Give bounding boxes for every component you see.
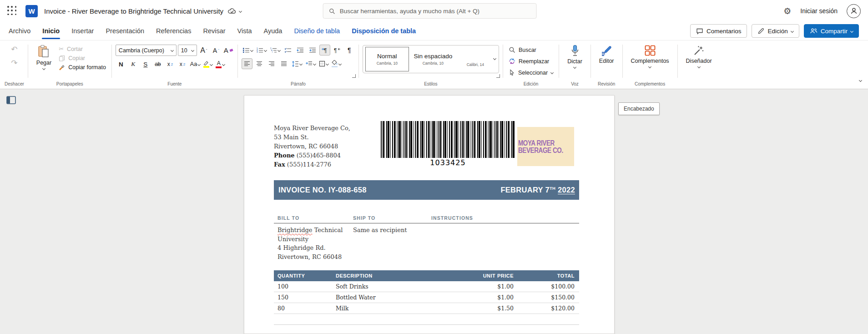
search-bar[interactable] — [323, 3, 537, 19]
divider — [503, 45, 503, 78]
shading-button[interactable] — [331, 58, 342, 69]
borders-button[interactable] — [318, 58, 329, 69]
highlight-color-button[interactable] — [202, 59, 213, 70]
cut-button[interactable]: ✂Cortar — [57, 45, 108, 53]
document-page[interactable]: Moya River Beverage Co, 53 Main St. Rive… — [244, 95, 615, 334]
show-paragraph-marks-button[interactable]: ¶ — [344, 45, 355, 56]
paragraph-indent-button[interactable] — [304, 58, 317, 69]
line-spacing-chevron-icon — [299, 62, 303, 65]
change-case-button[interactable]: Aa — [189, 59, 201, 70]
align-right-button[interactable] — [266, 58, 277, 69]
comments-button[interactable]: Comentarios — [690, 24, 747, 38]
paragraph-group: 123 1ai ¶ ¶ ¶ Párrafo — [240, 43, 357, 89]
select-button[interactable]: Seleccionar — [507, 68, 555, 77]
search-input[interactable] — [340, 8, 531, 15]
underline-button[interactable]: S — [140, 59, 151, 70]
bold-button[interactable]: N — [116, 59, 126, 70]
font-name-select[interactable]: Cambria (Cuerpo) — [116, 45, 177, 56]
numbered-list-button[interactable]: 123 — [255, 45, 267, 56]
bill-to-header: BILL TO — [278, 215, 299, 221]
tab-vista[interactable]: Vista — [232, 23, 258, 39]
format-painter-icon — [59, 64, 65, 71]
rtl-paragraph-icon: ¶ — [333, 47, 341, 53]
copy-icon — [59, 55, 65, 61]
svg-text:b: b — [514, 59, 515, 62]
invoice-table[interactable]: QUANTITY DESCRIPTION UNIT PRICE TOTAL 10… — [274, 270, 579, 325]
redo-button[interactable]: ↷ — [7, 56, 21, 69]
person-icon — [850, 7, 858, 15]
superscript-button[interactable]: x2 — [177, 59, 188, 70]
tab-presentacion[interactable]: Presentación — [100, 23, 150, 39]
strikethrough-button[interactable]: ab — [152, 59, 163, 70]
tab-disposicion-de-tabla[interactable]: Disposición de tabla — [346, 23, 422, 39]
barcode-number: 1033425 — [381, 158, 515, 167]
numbered-list-icon: 123 — [256, 47, 263, 53]
format-painter-button[interactable]: Copiar formato — [57, 63, 108, 71]
multilevel-list-button[interactable]: 1ai — [269, 45, 281, 56]
tab-referencias[interactable]: Referencias — [150, 23, 197, 39]
decrease-indent-button[interactable] — [295, 45, 306, 56]
justify-button[interactable] — [278, 58, 289, 69]
undo-button[interactable]: ↶ — [7, 43, 21, 56]
navigation-pane-toggle[interactable] — [5, 95, 17, 106]
editor-pen-icon — [601, 45, 612, 56]
increase-indent-button[interactable] — [307, 45, 318, 56]
tab-insertar[interactable]: Insertar — [66, 23, 100, 39]
grow-font-button[interactable]: Aˆ — [198, 45, 209, 56]
styles-dialog-launcher[interactable] — [496, 74, 500, 78]
document-title[interactable]: Invoice - River Beverage to Brightridge … — [44, 7, 223, 15]
subscript-button[interactable]: x2 — [165, 59, 176, 70]
word-logo-icon[interactable]: W — [25, 5, 38, 17]
italic-button[interactable]: K — [128, 59, 139, 70]
save-status[interactable] — [227, 7, 242, 15]
style-normal[interactable]: Normal Cambria, 10 — [365, 47, 409, 71]
style-partial[interactable]: Calibri, 14 — [457, 47, 494, 71]
editing-mode-button[interactable]: Edición — [752, 24, 799, 38]
copy-button[interactable]: Copiar — [57, 54, 108, 62]
account-avatar[interactable] — [847, 4, 861, 18]
replace-button[interactable]: bc Reemplazar — [507, 57, 551, 66]
settings-gear-icon[interactable]: ⚙ — [783, 7, 791, 15]
tab-diseno-de-tabla[interactable]: Diseño de tabla — [288, 23, 346, 39]
line-spacing-icon — [292, 61, 299, 67]
align-center-icon — [256, 61, 262, 66]
tab-inicio[interactable]: Inicio — [36, 23, 66, 39]
sign-in-link[interactable]: Iniciar sesión — [800, 7, 838, 15]
right-to-left-button[interactable]: ¶ — [332, 45, 343, 56]
tab-ayuda[interactable]: Ayuda — [258, 23, 288, 39]
bullet-list-button[interactable] — [242, 45, 254, 56]
align-left-button[interactable] — [242, 58, 252, 69]
style-sin-espaciado[interactable]: Sin espaciado Cambria, 10 — [411, 47, 455, 71]
checklist-button[interactable] — [283, 45, 293, 56]
addins-button[interactable]: Complementos — [626, 43, 674, 70]
tab-archivo[interactable]: Archivo — [3, 23, 36, 39]
shrink-font-button[interactable]: Aˇ — [211, 45, 222, 56]
collapse-ribbon-chevron-icon[interactable] — [859, 79, 862, 82]
share-button[interactable]: Compartir — [804, 24, 859, 38]
font-size-select[interactable]: 10 — [178, 45, 197, 56]
clipboard-group-label: Portapapeles — [32, 80, 108, 89]
divider — [358, 45, 359, 78]
app-launcher-icon[interactable] — [7, 6, 17, 16]
styles-gallery-chevron-icon[interactable] — [493, 57, 496, 60]
tab-revisar[interactable]: Revisar — [197, 23, 231, 39]
address-divider-line — [274, 223, 579, 223]
borders-icon — [319, 61, 325, 67]
designer-wand-icon — [693, 45, 705, 56]
left-to-right-button[interactable]: ¶ — [319, 45, 330, 56]
line-spacing-button[interactable] — [291, 58, 303, 69]
company-address-1: 53 Main St. — [274, 133, 350, 142]
paragraph-dialog-launcher[interactable] — [352, 74, 356, 78]
header-tag-button[interactable]: Encabezado — [618, 102, 660, 115]
designer-button[interactable]: Diseñador — [681, 43, 717, 70]
font-name-chevron-icon — [171, 49, 174, 52]
font-color-button[interactable]: A — [215, 59, 226, 70]
highlighter-icon — [203, 61, 209, 66]
find-button[interactable]: Buscar — [507, 46, 538, 54]
dictate-button[interactable]: Dictar — [563, 43, 587, 70]
align-center-button[interactable] — [254, 58, 265, 69]
paste-button[interactable]: Pegar — [32, 43, 56, 71]
undo-group: ↶ ↷ Deshacer — [3, 43, 26, 89]
editor-button[interactable]: Editor — [595, 43, 619, 66]
clear-formatting-button[interactable]: A — [223, 45, 234, 56]
